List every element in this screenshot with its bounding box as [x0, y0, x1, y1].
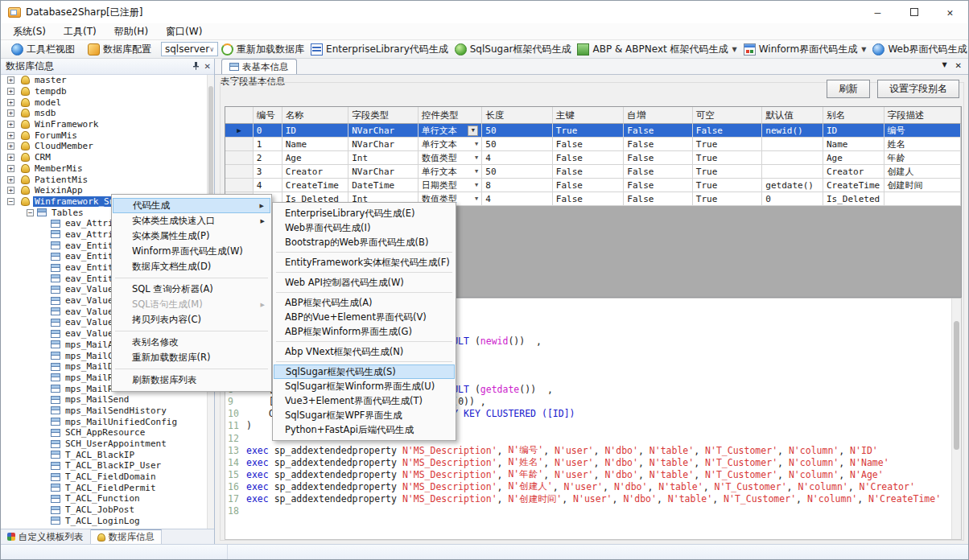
- tree-item[interactable]: +CloudMember: [1, 141, 214, 152]
- menu-item[interactable]: Vue3+Element界面代码生成(T): [274, 393, 455, 408]
- set-field-alias-button[interactable]: 设置字段别名: [877, 80, 959, 98]
- tree-item[interactable]: +model: [1, 97, 214, 108]
- chevron-down-icon[interactable]: ▼: [861, 46, 866, 53]
- grid-cell[interactable]: Age: [282, 151, 349, 165]
- tree-item[interactable]: T_ACL_BlackIP: [1, 449, 214, 460]
- grid-column-header[interactable]: 别名: [823, 107, 884, 124]
- tree-item[interactable]: +master: [1, 75, 214, 86]
- grid-cell[interactable]: 2: [254, 151, 282, 165]
- grid-cell[interactable]: newid(): [762, 124, 823, 138]
- grid-cell[interactable]: NVarChar: [348, 165, 419, 179]
- tree-item[interactable]: +PatientMis: [1, 174, 214, 185]
- toolbar-view-button[interactable]: 工具栏视图: [8, 41, 78, 58]
- tree-item[interactable]: +MemberMis: [1, 163, 214, 175]
- grid-cell[interactable]: True: [693, 192, 763, 206]
- grid-cell[interactable]: True: [693, 151, 763, 165]
- grid-column-header[interactable]: 主键: [553, 107, 625, 124]
- menu-item[interactable]: Python+FastApi后端代码生成: [274, 422, 455, 437]
- grid-column-header[interactable]: 可空: [693, 107, 763, 124]
- tree-item[interactable]: mps_MailUnifiedConfig: [1, 416, 214, 427]
- grid-cell[interactable]: Name: [823, 138, 884, 151]
- menu-item[interactable]: 代码生成▶: [113, 198, 270, 213]
- grid-cell[interactable]: False: [553, 151, 625, 165]
- grid-cell[interactable]: NVarChar: [348, 124, 419, 138]
- menu-item[interactable]: Bootstrap的Web界面代码生成(B): [274, 235, 455, 249]
- chevron-down-icon[interactable]: ▼: [732, 46, 737, 53]
- reload-database-button[interactable]: 重新加载数据库: [218, 41, 307, 58]
- grid-cell[interactable]: False: [624, 138, 693, 151]
- expand-plus-icon[interactable]: +: [7, 99, 14, 106]
- menu-item[interactable]: 数据库文档生成(D): [113, 259, 270, 274]
- tree-item[interactable]: mps_MailSendHistory: [1, 406, 214, 417]
- grid-cell[interactable]: False: [624, 124, 693, 138]
- collapse-minus-icon[interactable]: −: [27, 209, 34, 216]
- sql-scrollbar[interactable]: [951, 299, 961, 539]
- grid-cell[interactable]: ID: [282, 124, 349, 138]
- tree-item[interactable]: SCH_UserAppointment: [1, 439, 214, 450]
- close-icon[interactable]: ✕: [204, 62, 211, 71]
- grid-cell[interactable]: 单行文本▼: [419, 138, 483, 151]
- grid-cell[interactable]: 3: [254, 165, 282, 179]
- grid-cell[interactable]: 0: [762, 192, 823, 206]
- grid-cell[interactable]: Name: [282, 138, 349, 151]
- menu-item[interactable]: 实体类属性生成(P): [113, 229, 270, 244]
- grid-cell[interactable]: Int: [348, 151, 419, 165]
- winform-codegen-button[interactable]: Winform界面代码生成 ▼: [740, 41, 870, 58]
- menubar-item-2[interactable]: 帮助(H): [105, 23, 157, 40]
- row-indicator[interactable]: ▶: [225, 124, 254, 138]
- grid-cell[interactable]: True: [693, 179, 763, 192]
- tree-item[interactable]: T_ACL_Function: [1, 493, 214, 504]
- tree-item[interactable]: T_ACL_BlackIP_User: [1, 460, 214, 471]
- grid-cell[interactable]: 4: [482, 192, 553, 206]
- database-type-select[interactable]: sqlserver ∨: [161, 42, 218, 56]
- combo-dropdown-icon[interactable]: ▼: [475, 141, 478, 147]
- sql-scrollbar-thumb[interactable]: [954, 321, 959, 450]
- grid-cell[interactable]: False: [624, 179, 693, 192]
- grid-cell[interactable]: 4: [482, 151, 553, 165]
- grid-cell[interactable]: True: [693, 165, 763, 179]
- menu-item[interactable]: Winform界面代码生成(W): [113, 244, 270, 259]
- grid-cell[interactable]: 50: [482, 124, 553, 138]
- expand-plus-icon[interactable]: +: [7, 109, 14, 117]
- grid-cell[interactable]: DateTime: [348, 179, 419, 192]
- grid-cell[interactable]: True: [693, 138, 763, 151]
- menu-item[interactable]: SQL 查询分析器(A): [113, 282, 270, 297]
- grid-cell[interactable]: 50: [482, 138, 553, 151]
- maximize-button[interactable]: [896, 1, 932, 23]
- menu-item[interactable]: ABP框架Winform界面生成(G): [274, 324, 455, 339]
- menu-item[interactable]: Web API控制器代码生成(W): [274, 275, 455, 290]
- grid-column-header[interactable]: 字段类型: [348, 107, 419, 124]
- expand-plus-icon[interactable]: +: [7, 132, 14, 139]
- grid-cell[interactable]: False: [553, 165, 625, 179]
- menu-item[interactable]: Web界面代码生成(I): [274, 220, 455, 235]
- grid-column-header[interactable]: 长度: [482, 107, 553, 124]
- grid-cell[interactable]: [884, 192, 961, 206]
- grid-cell[interactable]: getdate(): [762, 179, 823, 192]
- refresh-button[interactable]: 刷新: [827, 80, 870, 98]
- grid-cell[interactable]: False: [553, 192, 625, 206]
- enterpriselibrary-codegen-button[interactable]: EnterpriseLibrary代码生成: [307, 41, 452, 58]
- grid-column-header[interactable]: 编号: [254, 107, 282, 124]
- row-indicator[interactable]: [225, 165, 254, 179]
- grid-cell[interactable]: 0: [254, 124, 282, 138]
- minimize-button[interactable]: –: [860, 1, 896, 23]
- sqlsugar-codegen-button[interactable]: SqlSugar框架代码生成: [452, 41, 575, 58]
- grid-column-header[interactable]: 控件类型: [419, 107, 483, 124]
- tree-item[interactable]: +ForumMis: [1, 130, 214, 141]
- tree-item[interactable]: mps_MailSend: [1, 394, 214, 406]
- grid-cell[interactable]: False: [553, 138, 625, 151]
- chevron-down-icon[interactable]: ▼: [942, 61, 946, 70]
- menu-item[interactable]: SqlSugar框架代码生成(S): [274, 364, 455, 379]
- tree-item[interactable]: T_ACL_LoginLog: [1, 516, 214, 527]
- menubar-item-1[interactable]: 工具(T): [55, 23, 105, 40]
- grid-cell[interactable]: 姓名: [884, 138, 961, 151]
- menu-item[interactable]: EntityFramework实体框架代码生成(F): [274, 255, 455, 270]
- grid-cell[interactable]: 数值类型▼: [419, 151, 483, 165]
- grid-cell[interactable]: [762, 151, 823, 165]
- expand-plus-icon[interactable]: +: [7, 187, 14, 194]
- grid-cell[interactable]: 1: [254, 138, 282, 151]
- web-codegen-button[interactable]: Web界面代码生成 ▼: [869, 41, 969, 58]
- grid-cell[interactable]: CreateTime: [282, 179, 349, 192]
- tree-item[interactable]: +CRM: [1, 152, 214, 163]
- tab-table-basic-info[interactable]: 表基本信息: [221, 59, 297, 74]
